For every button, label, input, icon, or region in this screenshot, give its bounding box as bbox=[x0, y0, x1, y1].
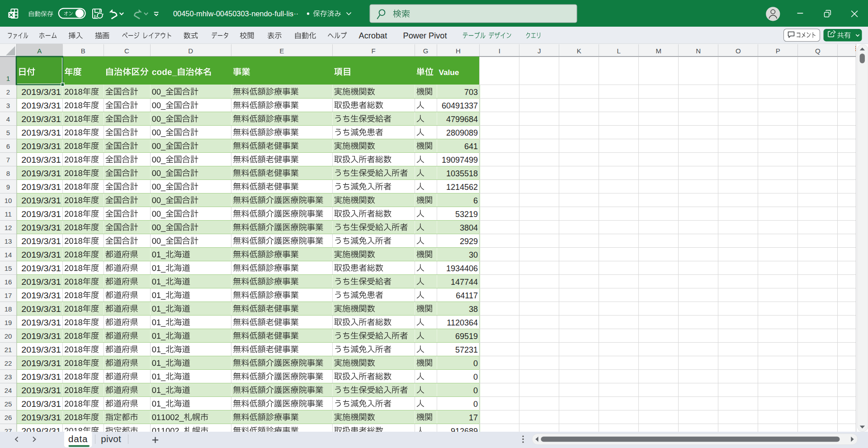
svg-text:3804: 3804 bbox=[460, 223, 478, 232]
svg-text:53219: 53219 bbox=[455, 210, 478, 219]
svg-text:147744: 147744 bbox=[451, 278, 478, 287]
svg-text:2019/3/31: 2019/3/31 bbox=[21, 305, 61, 314]
svg-text:2019/3/31: 2019/3/31 bbox=[21, 345, 61, 354]
svg-text:E: E bbox=[279, 47, 284, 55]
svg-text:2019/3/31: 2019/3/31 bbox=[21, 128, 61, 137]
svg-text:1214562: 1214562 bbox=[446, 183, 478, 192]
svg-text:I: I bbox=[499, 47, 500, 55]
svg-text:2019/3/31: 2019/3/31 bbox=[21, 386, 61, 395]
svg-text:4: 4 bbox=[6, 115, 10, 123]
svg-text:2929: 2929 bbox=[460, 237, 478, 246]
svg-text:641: 641 bbox=[464, 142, 478, 151]
svg-text:1: 1 bbox=[6, 75, 10, 82]
svg-text:2019/3/31: 2019/3/31 bbox=[21, 210, 61, 219]
svg-text:2019/3/31: 2019/3/31 bbox=[21, 196, 61, 205]
svg-text:B: B bbox=[81, 47, 85, 55]
svg-text:10: 10 bbox=[5, 197, 12, 204]
svg-text:30: 30 bbox=[469, 250, 478, 259]
svg-text:2019/3/31: 2019/3/31 bbox=[21, 278, 61, 287]
svg-text:K: K bbox=[577, 47, 581, 55]
svg-text:N: N bbox=[696, 47, 701, 55]
svg-text:3: 3 bbox=[6, 102, 10, 109]
svg-text:2019/3/31: 2019/3/31 bbox=[21, 169, 61, 178]
svg-text:J: J bbox=[538, 47, 541, 55]
svg-text:2019/3/31: 2019/3/31 bbox=[21, 88, 61, 97]
svg-text:1120364: 1120364 bbox=[447, 318, 478, 327]
svg-text:2019/3/31: 2019/3/31 bbox=[21, 156, 61, 165]
svg-text:data: data bbox=[68, 434, 88, 444]
svg-text:13: 13 bbox=[5, 237, 12, 245]
svg-text:60491337: 60491337 bbox=[442, 101, 478, 110]
svg-text:20: 20 bbox=[5, 332, 12, 340]
svg-text:26: 26 bbox=[5, 414, 12, 421]
svg-text:6: 6 bbox=[473, 196, 478, 205]
svg-text:2019/3/31: 2019/3/31 bbox=[21, 115, 61, 124]
svg-text:17: 17 bbox=[5, 292, 12, 299]
svg-text:…: … bbox=[291, 8, 298, 16]
svg-text:16: 16 bbox=[5, 278, 12, 286]
svg-text:2019/3/31: 2019/3/31 bbox=[21, 142, 61, 151]
svg-text:A: A bbox=[37, 47, 42, 55]
svg-text:L: L bbox=[617, 47, 621, 55]
svg-text:D: D bbox=[188, 47, 193, 55]
svg-text:00450-mhlw-00450303-nendo-full: 00450-mhlw-00450303-nendo-full-lis bbox=[173, 9, 293, 18]
svg-text:18: 18 bbox=[5, 305, 12, 313]
svg-text:Power Pivot: Power Pivot bbox=[403, 31, 447, 40]
svg-text:24: 24 bbox=[5, 387, 12, 394]
svg-text:pivot: pivot bbox=[101, 434, 121, 444]
svg-text:5: 5 bbox=[6, 129, 10, 137]
svg-text:38: 38 bbox=[469, 305, 478, 314]
svg-text:2019/3/31: 2019/3/31 bbox=[21, 237, 61, 246]
svg-text:69519: 69519 bbox=[455, 332, 478, 341]
svg-text:703: 703 bbox=[464, 88, 478, 97]
svg-text:9: 9 bbox=[6, 183, 10, 191]
svg-text:57231: 57231 bbox=[455, 345, 478, 354]
svg-text:1035518: 1035518 bbox=[446, 169, 478, 178]
svg-text:0: 0 bbox=[473, 400, 478, 409]
svg-text:64117: 64117 bbox=[456, 291, 478, 300]
svg-text:2019/3/31: 2019/3/31 bbox=[21, 373, 61, 382]
svg-text:14: 14 bbox=[5, 251, 12, 259]
svg-text:O: O bbox=[736, 47, 741, 55]
svg-text:25: 25 bbox=[5, 400, 12, 408]
svg-text:2019/3/31: 2019/3/31 bbox=[21, 183, 61, 192]
svg-text:19: 19 bbox=[5, 319, 12, 326]
svg-text:12: 12 bbox=[5, 224, 12, 231]
svg-text:17: 17 bbox=[469, 413, 478, 422]
svg-text:Value: Value bbox=[439, 68, 459, 77]
svg-text:4799684: 4799684 bbox=[446, 115, 478, 124]
svg-text:19097499: 19097499 bbox=[442, 156, 478, 165]
svg-text:2019/3/31: 2019/3/31 bbox=[21, 101, 61, 110]
svg-text:M: M bbox=[656, 47, 662, 55]
svg-text:2019/3/31: 2019/3/31 bbox=[21, 291, 61, 300]
svg-text:Acrobat: Acrobat bbox=[359, 31, 387, 40]
svg-text:8: 8 bbox=[6, 170, 10, 177]
svg-text:21: 21 bbox=[5, 346, 12, 354]
svg-text:F: F bbox=[371, 47, 375, 55]
svg-text:6: 6 bbox=[6, 142, 10, 150]
svg-text:2019/3/31: 2019/3/31 bbox=[21, 359, 61, 368]
svg-text:2019/3/31: 2019/3/31 bbox=[21, 400, 61, 409]
svg-text:7: 7 bbox=[6, 156, 10, 164]
svg-text:C: C bbox=[124, 47, 129, 55]
svg-text:0: 0 bbox=[473, 386, 478, 395]
svg-text:2019/3/31: 2019/3/31 bbox=[21, 264, 61, 273]
svg-text:11: 11 bbox=[5, 210, 12, 218]
svg-text:2019/3/31: 2019/3/31 bbox=[21, 332, 61, 341]
svg-text:H: H bbox=[456, 47, 461, 55]
svg-text:23: 23 bbox=[5, 373, 12, 381]
svg-text:Q: Q bbox=[815, 47, 821, 55]
svg-text:G: G bbox=[423, 47, 429, 55]
svg-text:1934406: 1934406 bbox=[446, 264, 478, 273]
svg-text:0: 0 bbox=[473, 373, 478, 382]
svg-text:2019/3/31: 2019/3/31 bbox=[21, 250, 61, 259]
svg-text:2019/3/31: 2019/3/31 bbox=[21, 413, 61, 422]
svg-text:15: 15 bbox=[5, 264, 12, 272]
svg-text:2: 2 bbox=[6, 88, 10, 96]
svg-text:22: 22 bbox=[5, 359, 12, 367]
svg-text:2019/3/31: 2019/3/31 bbox=[21, 223, 61, 232]
svg-text:0: 0 bbox=[473, 359, 478, 368]
svg-text:2809089: 2809089 bbox=[446, 128, 478, 137]
svg-text:2019/3/31: 2019/3/31 bbox=[21, 318, 61, 327]
svg-text:P: P bbox=[776, 47, 780, 55]
